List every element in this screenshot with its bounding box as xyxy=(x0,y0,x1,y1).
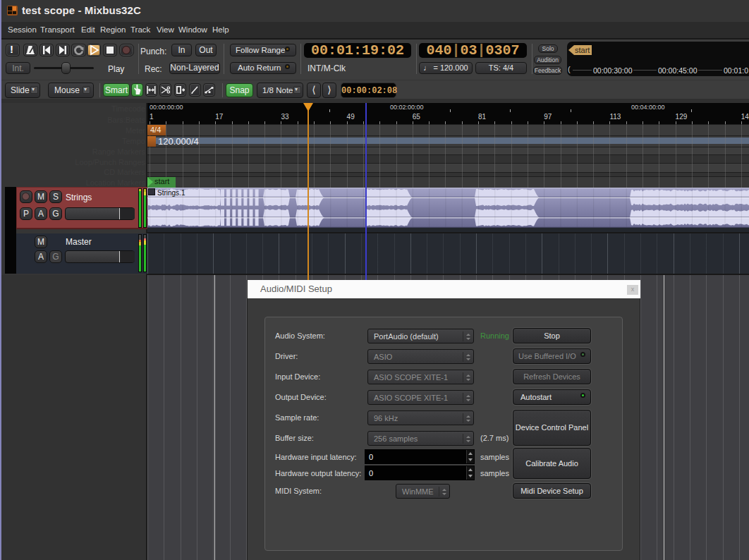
svg-text:Strings.1: Strings.1 xyxy=(157,189,185,197)
